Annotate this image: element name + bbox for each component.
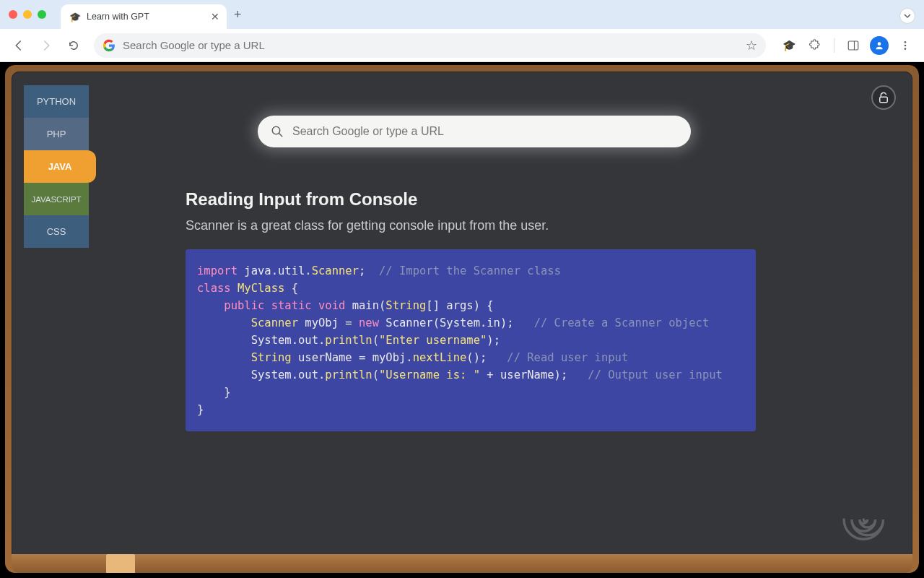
lesson-title: Reading Input from Console [186,189,883,210]
omnibox[interactable]: ☆ [94,33,766,58]
arrow-left-icon [12,39,25,52]
browser-tab-strip: 🎓 Learn with GPT ✕ + [0,0,924,29]
page-search[interactable] [258,116,691,147]
close-icon[interactable]: ✕ [211,11,219,22]
browser-tab[interactable]: 🎓 Learn with GPT ✕ [61,4,227,29]
sidepanel-icon [847,39,860,52]
chalkboard-frame: PYTHON PHP JAVA JAVASCRIPT CSS [5,65,919,573]
arrow-right-icon [40,39,53,52]
language-tabs: PYTHON PHP JAVA JAVASCRIPT CSS [24,85,96,248]
window-controls [9,10,46,19]
svg-point-2 [878,42,881,46]
avatar-icon [870,36,889,55]
menu-button[interactable] [894,34,917,57]
toolbar-right: 🎓 [777,34,917,57]
search-icon [271,125,284,138]
lesson-content: Reading Input from Console Scanner is a … [186,116,883,431]
tab-java[interactable]: JAVA [24,150,96,183]
chalkboard: PYTHON PHP JAVA JAVASCRIPT CSS [12,72,912,566]
reload-icon [67,39,80,52]
svg-rect-6 [880,97,888,103]
tab-php[interactable]: PHP [24,118,89,150]
svg-point-5 [905,48,907,50]
tab-javascript[interactable]: JAVASCRIPT [24,183,89,215]
loading-spiral-icon [841,495,890,544]
chalk-tray [106,554,135,573]
window-minimize[interactable] [23,10,32,19]
tab-title: Learn with GPT [87,12,205,22]
reload-button[interactable] [62,34,85,57]
bookmark-star-icon[interactable]: ☆ [746,38,757,53]
tabs-dropdown-button[interactable] [899,8,915,24]
extension-gpt-button[interactable]: 🎓 [777,34,801,57]
side-panel-button[interactable] [842,34,865,57]
tab-python[interactable]: PYTHON [24,85,89,118]
svg-rect-0 [848,41,858,50]
forward-button[interactable] [35,34,58,57]
browser-toolbar: ☆ 🎓 [0,29,924,62]
tab-css[interactable]: CSS [24,215,89,248]
lock-button[interactable] [871,85,896,110]
svg-point-4 [905,44,907,46]
chevron-down-icon [904,12,911,20]
window-maximize[interactable] [38,10,46,19]
extensions-button[interactable] [803,34,827,57]
code-block: import java.util.Scanner; // Import the … [186,249,756,431]
lesson-subtitle: Scanner is a great class for getting con… [186,218,883,233]
tab-favicon-icon: 🎓 [69,11,81,22]
profile-button[interactable] [868,34,891,57]
puzzle-icon [808,39,821,52]
svg-line-8 [279,133,282,137]
new-tab-button[interactable]: + [234,7,242,22]
google-icon [103,39,116,52]
window-close[interactable] [9,10,17,19]
unlock-icon [877,91,890,104]
toolbar-separator [834,38,834,53]
page-viewport: PYTHON PHP JAVA JAVASCRIPT CSS [0,62,924,578]
grad-cap-icon: 🎓 [783,39,796,52]
kebab-icon [899,40,911,51]
page-search-input[interactable] [292,125,678,138]
omnibox-input[interactable] [123,39,738,51]
back-button[interactable] [7,34,30,57]
svg-point-3 [905,41,907,43]
